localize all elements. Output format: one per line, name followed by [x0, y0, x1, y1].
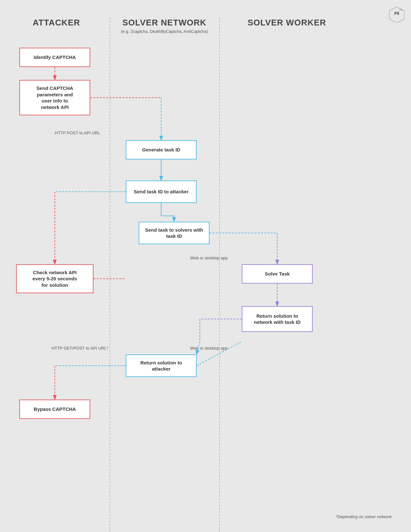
- check-network-api-box: Check network API every 5-20 seconds for…: [16, 264, 93, 293]
- divider-1: [110, 18, 110, 532]
- attacker-header: ATTACKER: [10, 18, 103, 28]
- svg-text:LAB: LAB: [399, 9, 402, 11]
- send-task-id-box: Send task ID to attacker: [126, 180, 197, 203]
- return-solution-network-box: Return solution to network with task ID: [242, 306, 313, 332]
- identify-captcha-box: Identify CAPTCHA: [19, 48, 90, 67]
- return-solution-attacker-box: Return solution to attacker: [126, 354, 197, 377]
- solver-network-subheader: (e.g. 2captcha, DeathByCaptcha, AntiCapt…: [110, 29, 219, 34]
- web-desktop-2-label: Web or desktop app: [190, 346, 228, 351]
- http-get-post-label: HTTP GET/POST to API URL*: [52, 346, 108, 351]
- f5-badge: F5 LAB: [388, 6, 405, 23]
- web-desktop-1-label: Web or desktop app: [190, 256, 228, 260]
- divider-2: [219, 18, 220, 532]
- solver-worker-header: SOLVER WORKER: [232, 18, 342, 28]
- send-task-to-solvers-box: Send task to solvers with task ID: [139, 222, 210, 244]
- send-captcha-params-box: Send CAPTCHA parameters and user info to…: [19, 80, 90, 115]
- http-post-label: HTTP POST to API URL: [55, 131, 100, 135]
- solve-task-box: Solve Task: [242, 264, 313, 284]
- generate-task-id-box: Generate task ID: [126, 140, 197, 160]
- bypass-captcha-box: Bypass CAPTCHA: [19, 400, 90, 419]
- footnote: *Depending on solver network: [336, 514, 392, 519]
- diagram-container: F5 LAB ATTACKER SOLVER NETWORK (e.g. 2ca…: [0, 0, 411, 532]
- solver-network-header: SOLVER NETWORK (e.g. 2captcha, DeathByCa…: [110, 18, 219, 34]
- svg-text:F5: F5: [394, 11, 399, 16]
